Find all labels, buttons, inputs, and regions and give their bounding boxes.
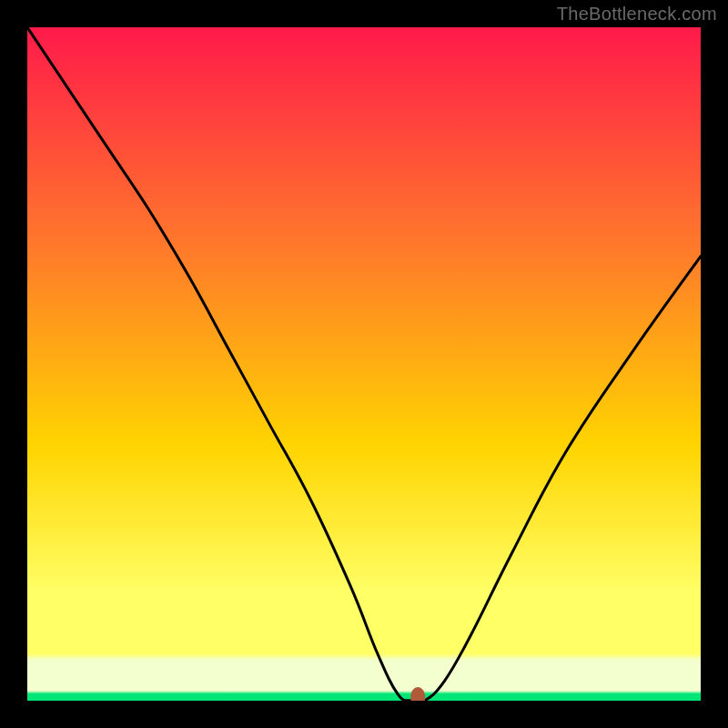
watermark-text: TheBottleneck.com	[557, 4, 717, 25]
svg-rect-0	[27, 27, 701, 701]
chart-container: TheBottleneck.com	[0, 0, 728, 728]
plot-area	[27, 27, 701, 701]
chart-svg	[27, 27, 701, 701]
